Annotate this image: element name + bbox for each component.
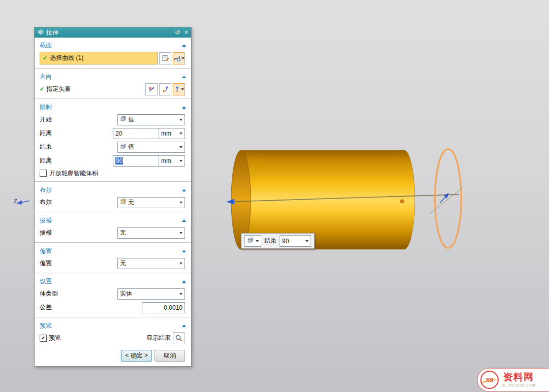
body-type-value: 实体 <box>120 289 132 298</box>
section-header-settings[interactable]: 设置 <box>35 275 191 287</box>
end-label: 结束 <box>40 143 52 151</box>
vector-dialog-button[interactable] <box>145 83 158 95</box>
boolean-none-icon <box>120 199 126 206</box>
z-axis-indicator: Z <box>14 198 29 205</box>
collapse-chevron-icon <box>182 250 186 252</box>
offset-label: 偏置 <box>40 259 52 268</box>
show-result-button[interactable] <box>173 332 185 344</box>
cube-icon <box>120 116 126 123</box>
end-mode-value: 值 <box>128 143 134 151</box>
close-button[interactable]: × <box>185 29 188 36</box>
section-header-preview[interactable]: 预览 <box>35 319 191 331</box>
curve-select-button[interactable] <box>173 52 185 64</box>
flyout-caret-icon <box>181 57 185 59</box>
chevron-down-icon <box>179 160 182 162</box>
check-icon: ✔ <box>40 86 44 92</box>
end-distance-input[interactable]: 90 <box>113 155 159 167</box>
section-header-direction[interactable]: 方向 <box>35 71 191 82</box>
section-divider <box>35 242 191 243</box>
inferred-vector-button[interactable] <box>159 83 171 95</box>
collapse-chevron-icon <box>182 76 186 78</box>
direction-arrow-icon[interactable] <box>226 199 234 205</box>
open-profile-row: 开放轮廓智能体积 <box>35 168 191 178</box>
section-header-section[interactable]: 截面 <box>35 39 191 51</box>
offset-row: 偏置 无 <box>35 257 191 270</box>
offset-value: 无 <box>120 259 126 268</box>
open-profile-checkbox[interactable] <box>40 170 47 177</box>
reset-button[interactable]: ↺ <box>175 29 180 36</box>
ok-button[interactable]: < 确定 > <box>121 350 152 362</box>
draft-dropdown[interactable]: 无 <box>117 227 185 239</box>
dialog-title: 拉伸 <box>46 28 58 37</box>
start-unit-value: mm <box>161 130 171 137</box>
onscreen-limit-toolbar: 结束 90 <box>241 233 315 249</box>
tolerance-value: 0.0010 <box>164 304 182 311</box>
watermark-text: 资料网 ZL.XS1616.COM <box>502 372 535 387</box>
section-header-boolean[interactable]: 布尔 <box>35 184 191 195</box>
watermark-title: 资料网 <box>503 372 534 382</box>
section-title: 方向 <box>40 73 52 81</box>
preview-checkbox[interactable]: ✔ <box>40 335 47 342</box>
end-mode-dropdown[interactable]: 值 <box>117 142 185 153</box>
section-divider <box>35 181 191 182</box>
cancel-button[interactable]: 取消 <box>155 350 185 362</box>
boolean-label: 布尔 <box>40 198 52 207</box>
draft-value: 无 <box>120 228 126 237</box>
end-value-dropdown[interactable]: 90 <box>280 235 311 247</box>
tolerance-input[interactable]: 0.0010 <box>142 302 185 313</box>
start-distance-row: 距离 20 mm <box>35 127 191 140</box>
sketch-section-button[interactable] <box>159 52 171 64</box>
watermark: xs 资料网 ZL.XS1616.COM <box>477 368 549 391</box>
open-profile-label: 开放轮廓智能体积 <box>49 169 98 178</box>
collapse-chevron-icon <box>182 106 186 109</box>
chevron-down-icon <box>179 133 182 135</box>
section-divider <box>35 317 191 318</box>
boolean-dropdown[interactable]: 无 <box>117 197 185 208</box>
sketch-circle[interactable] <box>430 149 462 248</box>
collapse-chevron-icon <box>182 189 186 191</box>
chevron-down-icon <box>306 240 309 242</box>
end-unit-value: mm <box>161 157 171 165</box>
tolerance-row: 公差 0.0010 <box>35 301 191 314</box>
section-title: 偏置 <box>40 247 52 255</box>
chevron-down-icon <box>179 202 182 204</box>
start-unit-dropdown[interactable]: mm <box>159 128 185 139</box>
section-header-draft[interactable]: 拔模 <box>35 214 191 226</box>
draft-row: 拔模 无 <box>35 226 191 239</box>
vector-direction-glyph <box>440 193 449 203</box>
preview-label: 预览 <box>49 334 61 342</box>
end-mode-row: 结束 值 <box>35 141 191 153</box>
end-value: 90 <box>282 238 289 245</box>
start-distance-input[interactable]: 20 <box>113 128 159 139</box>
select-curve-field[interactable]: ✔ 选择曲线 (1) <box>40 52 158 64</box>
section-divider <box>35 273 191 274</box>
offset-dropdown[interactable]: 无 <box>117 258 185 269</box>
inferred-vector-icon <box>162 86 169 93</box>
dialog-button-row: < 确定 > 取消 <box>35 350 191 366</box>
collapse-chevron-icon <box>182 44 186 47</box>
body-type-dropdown[interactable]: 实体 <box>117 288 185 300</box>
magnifier-icon <box>175 334 183 342</box>
end-mode-dropdown[interactable] <box>245 235 261 247</box>
section-title: 限制 <box>40 103 52 112</box>
preview-row: ✔ 预览 显示结果 <box>35 332 191 344</box>
end-unit-dropdown[interactable]: mm <box>159 155 185 167</box>
body-type-label: 体类型 <box>40 289 58 298</box>
section-divider <box>35 68 191 69</box>
body-type-row: 体类型 实体 <box>35 287 191 300</box>
start-label: 开始 <box>40 115 52 124</box>
section-header-offset[interactable]: 偏置 <box>35 245 191 256</box>
section-header-limits[interactable]: 限制 <box>35 101 191 113</box>
start-mode-dropdown[interactable]: 值 <box>117 114 185 125</box>
dialog-titlebar[interactable]: 拉伸 ↺ × <box>35 27 191 38</box>
vector-type-dropdown-button[interactable] <box>173 83 185 95</box>
start-mode-value: 值 <box>128 115 134 124</box>
boolean-row: 布尔 无 <box>35 196 191 209</box>
distance-drag-handle[interactable] <box>401 200 404 203</box>
end-distance-label: 距离 <box>40 156 52 165</box>
collapse-chevron-icon <box>182 280 186 283</box>
check-icon: ✔ <box>43 55 47 61</box>
watermark-subtitle: ZL.XS1616.COM <box>502 383 535 387</box>
select-curve-row: ✔ 选择曲线 (1) <box>35 51 191 65</box>
chevron-down-icon <box>179 263 182 265</box>
